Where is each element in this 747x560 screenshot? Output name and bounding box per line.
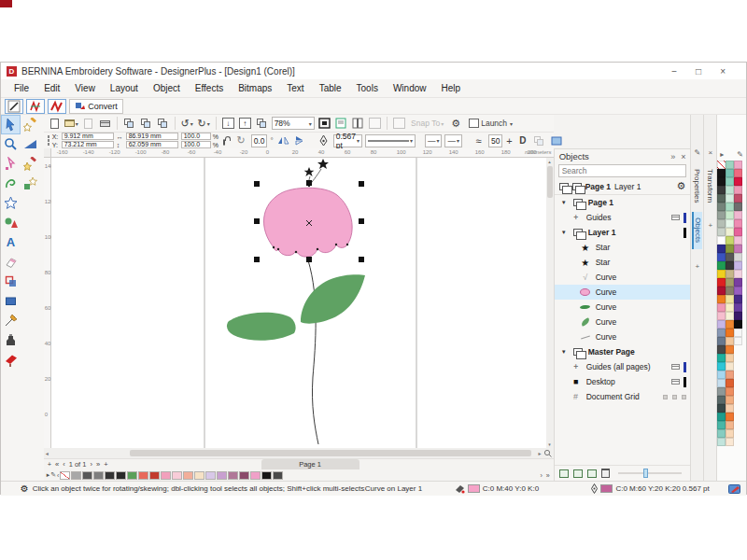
color-swatch[interactable] <box>726 169 734 177</box>
snap-to-dropdown[interactable]: Snap To▾ <box>409 117 446 131</box>
color-swatch[interactable] <box>726 320 734 329</box>
x-position-field[interactable]: 9.912 mm <box>62 133 114 140</box>
menu-table[interactable]: Table <box>312 80 349 96</box>
minimize-button[interactable]: − <box>671 66 677 77</box>
color-swatch[interactable] <box>717 236 726 245</box>
horizontal-scrollbar[interactable]: ◂ ▸ <box>44 448 554 458</box>
color-swatch[interactable] <box>717 295 726 303</box>
stitch-view-button[interactable] <box>48 99 66 114</box>
pan-zoom-icon[interactable] <box>543 449 552 457</box>
docker-options-gear-icon[interactable]: ⚙ <box>677 180 686 192</box>
printer-icon[interactable] <box>671 364 680 370</box>
color-swatch[interactable] <box>717 194 726 203</box>
preview-button[interactable] <box>368 117 382 131</box>
end-arrowhead-combo[interactable]: —▾ <box>444 134 462 147</box>
document-color-swatch[interactable] <box>250 471 261 480</box>
color-swatch[interactable] <box>734 177 742 186</box>
document-color-swatch[interactable] <box>105 471 115 480</box>
tree-row-guides[interactable]: +Guides <box>555 210 691 225</box>
opacity-slider-thumb[interactable] <box>643 469 648 478</box>
color-swatch[interactable] <box>734 228 742 236</box>
color-swatch[interactable] <box>717 245 726 253</box>
color-swatch[interactable] <box>717 278 726 287</box>
document-color-swatch[interactable] <box>161 471 171 480</box>
color-swatch[interactable] <box>734 203 742 211</box>
status-gear-icon[interactable]: ⚙ <box>1 483 29 494</box>
lock-icon[interactable] <box>672 395 677 399</box>
color-swatch[interactable] <box>717 362 726 371</box>
color-settings-icon[interactable] <box>728 484 740 494</box>
color-swatch[interactable] <box>726 404 734 413</box>
printer-icon[interactable] <box>671 215 680 220</box>
add-page-before-button[interactable]: + <box>48 460 51 469</box>
tree-row-master-page[interactable]: ▼Master Page <box>555 344 691 359</box>
no-color-swatch[interactable] <box>717 161 726 169</box>
color-swatch[interactable] <box>717 253 726 261</box>
smoothing-slider-button[interactable]: + <box>505 133 513 147</box>
color-swatch[interactable] <box>734 245 742 253</box>
shapes-tool[interactable] <box>1 213 21 232</box>
tree-row-desktop[interactable]: ■Desktop <box>555 374 691 389</box>
copy-button[interactable] <box>139 117 153 131</box>
ruler-origin[interactable] <box>44 148 51 158</box>
options-gear-button[interactable]: ⚙ <box>449 117 463 131</box>
color-swatch[interactable] <box>734 211 742 219</box>
open-button[interactable]: ▾ <box>64 117 78 131</box>
tree-row-document-grid[interactable]: #Document Grid <box>555 389 691 404</box>
color-swatch[interactable] <box>726 228 734 236</box>
print-button[interactable] <box>98 117 112 131</box>
smoothing-field[interactable]: 50 <box>488 134 502 147</box>
document-color-swatch[interactable] <box>239 471 249 480</box>
menu-bitmaps[interactable]: Bitmaps <box>231 80 279 96</box>
menu-view[interactable]: View <box>67 80 103 96</box>
color-swatch[interactable] <box>726 186 734 194</box>
tree-row-star[interactable]: ★Star <box>555 240 691 255</box>
pick-tool[interactable] <box>1 115 21 134</box>
text-tool[interactable]: A <box>1 232 21 252</box>
zoom-level-combo[interactable]: 78%▾ <box>272 117 315 130</box>
color-swatch[interactable] <box>717 371 726 379</box>
document-color-swatch[interactable] <box>172 471 182 480</box>
color-swatch[interactable] <box>734 219 742 228</box>
color-swatch[interactable] <box>734 337 742 345</box>
horizontal-ruler[interactable]: millimeters -160-140-120-100-80-60-40-20… <box>51 148 554 158</box>
color-swatch[interactable] <box>726 270 734 278</box>
document-color-swatch[interactable] <box>217 471 227 480</box>
color-swatch[interactable] <box>726 396 734 404</box>
tree-row-star[interactable]: ★Star <box>555 255 691 270</box>
left-leaf[interactable] <box>227 313 296 341</box>
color-swatch[interactable] <box>734 194 742 203</box>
expander-icon[interactable]: ▼ <box>560 200 568 205</box>
menu-text[interactable]: Text <box>279 80 311 96</box>
objects-search-input[interactable] <box>558 164 687 177</box>
horizontal-scroll-thumb[interactable] <box>130 450 531 456</box>
menu-file[interactable]: File <box>7 80 36 96</box>
color-swatch[interactable] <box>726 429 734 438</box>
vertical-scroll-thumb[interactable] <box>547 166 553 198</box>
color-swatch[interactable] <box>726 203 734 211</box>
snap-icon[interactable] <box>392 117 406 131</box>
color-swatch[interactable] <box>734 186 742 194</box>
new-document-button[interactable] <box>48 117 62 131</box>
close-button[interactable]: × <box>720 66 726 77</box>
color-swatch[interactable] <box>717 429 726 438</box>
color-swatch[interactable] <box>717 345 726 354</box>
scale-x-field[interactable]: 100.0 <box>181 133 211 140</box>
add-page-after-button[interactable]: + <box>104 460 107 469</box>
color-swatch[interactable] <box>717 320 726 329</box>
document-color-swatch[interactable] <box>205 471 216 480</box>
menu-tools[interactable]: Tools <box>349 80 386 96</box>
color-swatch[interactable] <box>726 438 734 446</box>
document-color-swatch[interactable] <box>273 471 283 480</box>
color-swatch[interactable] <box>717 287 726 295</box>
shape-edit-tool[interactable] <box>1 154 21 174</box>
line-style-combo[interactable]: ▾ <box>365 134 416 147</box>
color-swatch[interactable] <box>734 261 742 270</box>
color-swatch[interactable] <box>734 169 742 177</box>
width-field[interactable]: 86.919 mm <box>126 133 178 140</box>
color-swatch[interactable] <box>726 413 734 421</box>
tree-row-guides-all-pages-[interactable]: +Guides (all pages) <box>555 359 691 374</box>
color-swatch[interactable] <box>726 362 734 371</box>
color-swatch[interactable] <box>734 295 742 303</box>
color-swatch[interactable] <box>717 303 726 312</box>
